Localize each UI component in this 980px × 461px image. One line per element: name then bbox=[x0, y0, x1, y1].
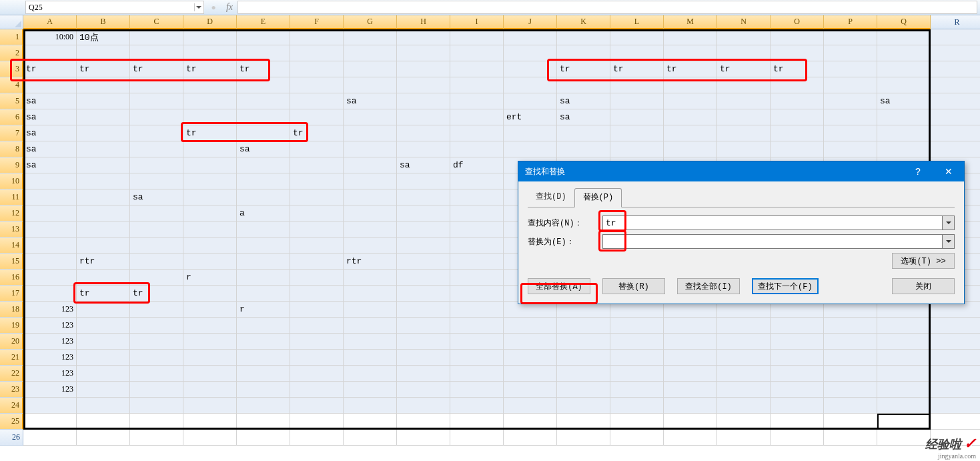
cell-B10[interactable] bbox=[77, 173, 130, 189]
cell-J25[interactable] bbox=[504, 414, 557, 430]
options-button[interactable]: 选项(T) >> bbox=[892, 253, 955, 269]
cell-C16[interactable] bbox=[130, 270, 183, 286]
cell-O23[interactable] bbox=[771, 382, 824, 398]
cell-A12[interactable] bbox=[23, 205, 77, 221]
col-header-B[interactable]: B bbox=[77, 15, 130, 29]
tab-replace[interactable]: 替换(P) bbox=[574, 188, 622, 207]
cell-A14[interactable] bbox=[23, 238, 77, 254]
cell-G21[interactable] bbox=[344, 350, 397, 366]
cell-R4[interactable] bbox=[931, 77, 980, 93]
cell-D9[interactable] bbox=[183, 157, 237, 173]
row-header-26[interactable]: 26 bbox=[0, 430, 23, 446]
cell-M5[interactable] bbox=[664, 93, 717, 109]
cell-N6[interactable] bbox=[717, 109, 771, 125]
close-button[interactable]: ✕ bbox=[933, 161, 964, 181]
col-header-H[interactable]: H bbox=[397, 15, 450, 29]
cell-G12[interactable] bbox=[344, 205, 397, 221]
cell-I6[interactable] bbox=[450, 109, 504, 125]
cell-P7[interactable] bbox=[824, 125, 877, 141]
cell-O8[interactable] bbox=[771, 141, 824, 157]
cell-B20[interactable] bbox=[77, 334, 130, 350]
cell-F2[interactable] bbox=[290, 45, 344, 61]
row-header-5[interactable]: 5 bbox=[0, 93, 23, 109]
cell-G20[interactable] bbox=[344, 334, 397, 350]
cell-A24[interactable] bbox=[23, 398, 77, 414]
find-input[interactable] bbox=[602, 215, 943, 230]
cell-I9[interactable]: df bbox=[450, 157, 504, 173]
cell-D5[interactable] bbox=[183, 93, 237, 109]
col-header-R[interactable]: R bbox=[931, 15, 980, 29]
cell-E4[interactable] bbox=[237, 77, 290, 93]
cell-Q20[interactable] bbox=[877, 334, 931, 350]
cell-G23[interactable] bbox=[344, 382, 397, 398]
col-header-O[interactable]: O bbox=[771, 15, 824, 29]
cell-J6[interactable]: ert bbox=[504, 109, 557, 125]
cell-I25[interactable] bbox=[450, 414, 504, 430]
cell-E21[interactable] bbox=[237, 350, 290, 366]
cell-H24[interactable] bbox=[397, 398, 450, 414]
cell-F18[interactable] bbox=[290, 302, 344, 318]
cell-I22[interactable] bbox=[450, 366, 504, 382]
cell-N1[interactable] bbox=[717, 29, 771, 45]
cell-I16[interactable] bbox=[450, 270, 504, 286]
cell-R8[interactable] bbox=[931, 141, 980, 157]
cell-F6[interactable] bbox=[290, 109, 344, 125]
cell-K22[interactable] bbox=[557, 366, 610, 382]
cell-P1[interactable] bbox=[824, 29, 877, 45]
dialog-close-button[interactable]: 关闭 bbox=[892, 278, 955, 294]
cell-F22[interactable] bbox=[290, 366, 344, 382]
cell-I21[interactable] bbox=[450, 350, 504, 366]
cell-P25[interactable] bbox=[824, 414, 877, 430]
cell-D21[interactable] bbox=[183, 350, 237, 366]
cell-H4[interactable] bbox=[397, 77, 450, 93]
cell-K21[interactable] bbox=[557, 350, 610, 366]
col-header-P[interactable]: P bbox=[824, 15, 877, 29]
cell-L24[interactable] bbox=[610, 398, 664, 414]
col-header-F[interactable]: F bbox=[290, 15, 344, 29]
cell-F8[interactable] bbox=[290, 141, 344, 157]
cell-I20[interactable] bbox=[450, 334, 504, 350]
cell-Q21[interactable] bbox=[877, 350, 931, 366]
cell-N8[interactable] bbox=[717, 141, 771, 157]
cell-R7[interactable] bbox=[931, 125, 980, 141]
cell-C9[interactable] bbox=[130, 157, 183, 173]
cell-H16[interactable] bbox=[397, 270, 450, 286]
cell-H8[interactable] bbox=[397, 141, 450, 157]
cell-L2[interactable] bbox=[610, 45, 664, 61]
cell-A9[interactable]: sa bbox=[23, 157, 77, 173]
cell-H15[interactable] bbox=[397, 254, 450, 270]
cell-C3[interactable]: tr bbox=[130, 61, 183, 77]
cell-B4[interactable] bbox=[77, 77, 130, 93]
cell-M22[interactable] bbox=[664, 366, 717, 382]
cell-D10[interactable] bbox=[183, 173, 237, 189]
cell-P24[interactable] bbox=[824, 398, 877, 414]
cell-L3[interactable]: tr bbox=[610, 61, 664, 77]
cell-D13[interactable] bbox=[183, 221, 237, 238]
cell-L19[interactable] bbox=[610, 318, 664, 334]
cell-D2[interactable] bbox=[183, 45, 237, 61]
name-box[interactable]: Q25 bbox=[25, 1, 204, 14]
cell-J26[interactable] bbox=[504, 430, 557, 446]
cell-D17[interactable] bbox=[183, 286, 237, 302]
cell-I4[interactable] bbox=[450, 77, 504, 93]
cell-F10[interactable] bbox=[290, 173, 344, 189]
cell-F14[interactable] bbox=[290, 238, 344, 254]
cell-C11[interactable]: sa bbox=[130, 189, 183, 205]
col-header-E[interactable]: E bbox=[237, 15, 290, 29]
cell-G18[interactable] bbox=[344, 302, 397, 318]
cell-F17[interactable] bbox=[290, 286, 344, 302]
cell-L5[interactable] bbox=[610, 93, 664, 109]
col-header-J[interactable]: J bbox=[504, 15, 557, 29]
col-header-K[interactable]: K bbox=[557, 15, 610, 29]
cell-E25[interactable] bbox=[237, 414, 290, 430]
cell-H5[interactable] bbox=[397, 93, 450, 109]
cell-M25[interactable] bbox=[664, 414, 717, 430]
cell-I2[interactable] bbox=[450, 45, 504, 61]
cell-B3[interactable]: tr bbox=[77, 61, 130, 77]
cell-Q7[interactable] bbox=[877, 125, 931, 141]
cell-H20[interactable] bbox=[397, 334, 450, 350]
cell-J24[interactable] bbox=[504, 398, 557, 414]
cell-N7[interactable] bbox=[717, 125, 771, 141]
cell-F19[interactable] bbox=[290, 318, 344, 334]
cell-D1[interactable] bbox=[183, 29, 237, 45]
